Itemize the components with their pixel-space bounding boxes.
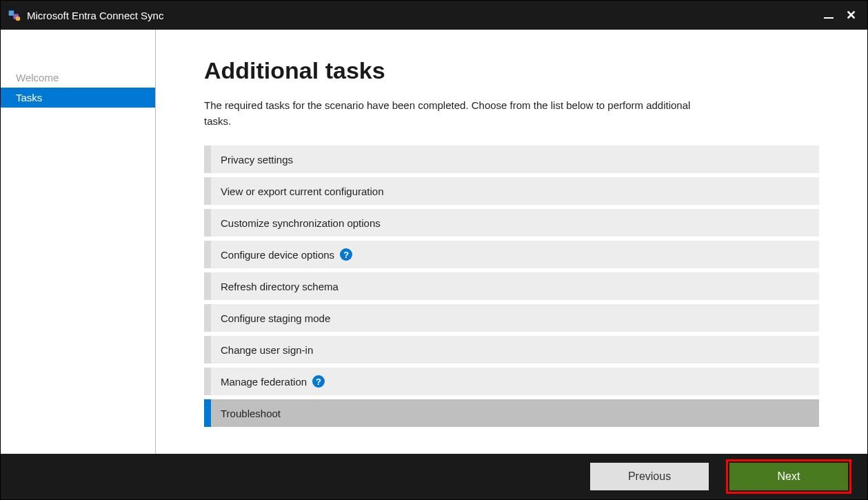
task-item[interactable]: Customize synchronization options xyxy=(204,209,819,237)
task-item[interactable]: Manage federation? xyxy=(204,368,819,395)
task-indicator-bar xyxy=(204,399,211,427)
task-list: Privacy settingsView or export current c… xyxy=(204,146,819,427)
task-indicator-bar xyxy=(204,368,211,395)
svg-rect-0 xyxy=(9,10,14,15)
task-indicator-bar xyxy=(204,209,211,237)
window: Microsoft Entra Connect Sync ✕ WelcomeTa… xyxy=(0,0,868,500)
task-label: Manage federation xyxy=(211,376,307,388)
task-indicator-bar xyxy=(204,272,211,300)
task-label: Configure staging mode xyxy=(211,312,330,324)
task-indicator-bar xyxy=(204,177,211,205)
previous-button[interactable]: Previous xyxy=(590,463,709,490)
help-icon[interactable]: ? xyxy=(340,248,352,261)
task-label: Troubleshoot xyxy=(211,408,281,419)
next-button[interactable]: Next xyxy=(729,463,848,490)
help-icon[interactable]: ? xyxy=(312,375,325,388)
body-area: WelcomeTasks Additional tasks The requir… xyxy=(1,30,867,454)
task-indicator-bar xyxy=(204,304,211,332)
task-label: Customize synchronization options xyxy=(211,217,381,229)
task-indicator-bar xyxy=(204,336,211,363)
minimize-button[interactable] xyxy=(824,9,834,21)
task-item[interactable]: View or export current configuration xyxy=(204,177,819,205)
sidebar-item-tasks[interactable]: Tasks xyxy=(1,88,155,108)
task-item[interactable]: Privacy settings xyxy=(204,146,819,173)
task-item[interactable]: Refresh directory schema xyxy=(204,272,819,300)
task-label: Refresh directory schema xyxy=(211,281,339,292)
titlebar-left: Microsoft Entra Connect Sync xyxy=(8,8,163,22)
minimize-icon xyxy=(824,17,834,19)
task-label: View or export current configuration xyxy=(211,186,384,197)
close-button[interactable]: ✕ xyxy=(846,8,856,23)
page-title: Additional tasks xyxy=(204,57,819,84)
sidebar: WelcomeTasks xyxy=(1,30,156,454)
footer: Previous Next xyxy=(1,454,867,499)
task-label: Change user sign-in xyxy=(211,344,313,356)
window-title: Microsoft Entra Connect Sync xyxy=(27,10,163,21)
svg-point-2 xyxy=(16,17,21,21)
task-indicator-bar xyxy=(204,146,211,173)
task-item[interactable]: Configure staging mode xyxy=(204,304,819,332)
app-icon xyxy=(8,8,21,22)
main-content: Additional tasks The required tasks for … xyxy=(156,30,867,454)
titlebar: Microsoft Entra Connect Sync ✕ xyxy=(1,1,867,30)
task-label: Privacy settings xyxy=(211,154,293,166)
page-description: The required tasks for the scenario have… xyxy=(204,98,714,129)
sidebar-item-welcome[interactable]: Welcome xyxy=(1,68,155,88)
task-item[interactable]: Configure device options? xyxy=(204,241,819,268)
task-item[interactable]: Troubleshoot xyxy=(204,399,819,427)
task-item[interactable]: Change user sign-in xyxy=(204,336,819,363)
task-label: Configure device options xyxy=(211,249,334,261)
titlebar-controls: ✕ xyxy=(824,8,860,23)
task-indicator-bar xyxy=(204,241,211,268)
